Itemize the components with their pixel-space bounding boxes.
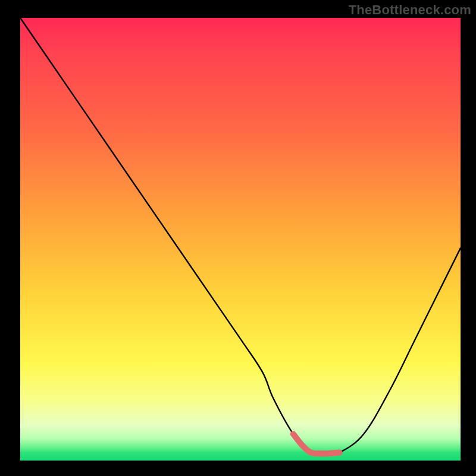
plot-area: [20, 18, 461, 461]
watermark-text: TheBottleneck.com: [349, 2, 471, 18]
curve-svg: [20, 18, 461, 461]
chart-frame: TheBottleneck.com: [0, 0, 476, 476]
floor-highlight: [293, 434, 340, 453]
bottleneck-curve: [20, 18, 461, 455]
